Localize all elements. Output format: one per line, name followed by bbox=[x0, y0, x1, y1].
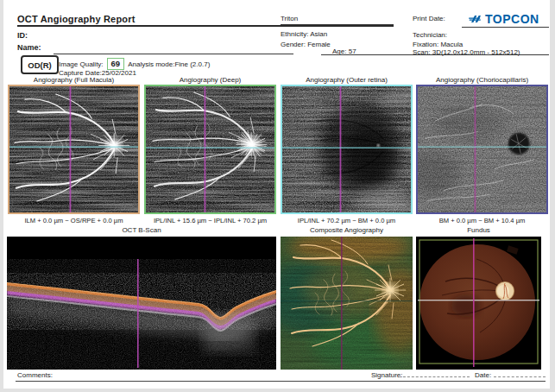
name-field-line bbox=[54, 54, 293, 54]
angio-range-outer-retina: IPL/INL + 70.2 µm ~ BM + 0.0 µm bbox=[281, 217, 413, 224]
bscan-image bbox=[7, 237, 276, 370]
composite-title: Composite Angiography bbox=[281, 226, 413, 234]
topcon-logo-text: TOPCON bbox=[485, 12, 539, 26]
angio-range-full-macula: ILM + 0.0 µm ~ OS/RPE + 0.0 µm bbox=[8, 217, 140, 224]
angio-range-deep: IPL/INL + 15.6 µm ~ IPL/INL + 70.2 µm bbox=[144, 217, 276, 224]
topcon-logo-icon bbox=[469, 13, 482, 25]
angio-range-choriocapillaris: BM + 0.0 µm ~ BM + 10.4 µm bbox=[416, 217, 548, 224]
eye-laterality-badge: OD(R) bbox=[21, 55, 59, 74]
device-name: Triton bbox=[281, 15, 298, 23]
print-date-label: Print Date: bbox=[413, 15, 445, 23]
device-underline bbox=[281, 24, 394, 25]
image-quality-label: Image Quality: bbox=[59, 60, 104, 68]
page-edge-bottom bbox=[0, 389, 555, 392]
footer-line bbox=[16, 381, 546, 382]
topcon-logo: TOPCON bbox=[469, 12, 539, 26]
patient-id-label: ID: bbox=[17, 31, 28, 40]
technician-label: Technician: bbox=[413, 31, 447, 40]
composite-angiography-image bbox=[281, 237, 413, 370]
signature-dash-line bbox=[399, 376, 470, 377]
patient-name-label: Name: bbox=[17, 43, 41, 52]
image-quality-row: Image Quality: 69 Analysis mode:Fine (2.… bbox=[59, 58, 210, 70]
image-quality-value: 69 bbox=[107, 58, 125, 70]
bscan-title: OCT B-Scan bbox=[7, 226, 276, 234]
angio-image-outer-retina bbox=[281, 85, 413, 214]
title-underline bbox=[17, 25, 394, 27]
angio-image-deep bbox=[144, 85, 276, 214]
angio-title-full-macula: Angiography (Full Macula) bbox=[8, 76, 140, 84]
report-page: OCT Angiography Report ID: Name: Triton … bbox=[0, 0, 555, 392]
date-dash-line bbox=[494, 376, 546, 377]
logo-underline bbox=[462, 27, 549, 28]
fundus-image bbox=[416, 237, 541, 370]
page-edge-right bbox=[550, 0, 555, 392]
angio-image-choriocapillaris bbox=[416, 85, 548, 214]
angio-title-choriocapillaris: Angiography (Choriocapillaris) bbox=[416, 76, 548, 84]
page-edge-left bbox=[0, 0, 3, 392]
signature-label: Signature: bbox=[371, 371, 402, 379]
analysis-mode-label: Analysis mode:Fine (2.0.7) bbox=[128, 60, 210, 68]
angio-title-deep: Angiography (Deep) bbox=[144, 76, 276, 84]
patient-ethnicity: Ethnicity: Asian bbox=[281, 30, 327, 39]
scan-spec-label: Scan: 3D(12.0x12.0mm - 512x512) bbox=[413, 48, 520, 57]
angio-title-outer-retina: Angiography (Outer retina) bbox=[281, 76, 413, 84]
fundus-title: Fundus bbox=[416, 226, 541, 234]
date-label: Date: bbox=[475, 371, 491, 379]
angio-image-full-macula bbox=[8, 85, 140, 214]
report-title: OCT Angiography Report bbox=[17, 14, 136, 24]
comments-label: Comments: bbox=[17, 371, 53, 379]
patient-gender: Gender: Female bbox=[281, 41, 331, 49]
